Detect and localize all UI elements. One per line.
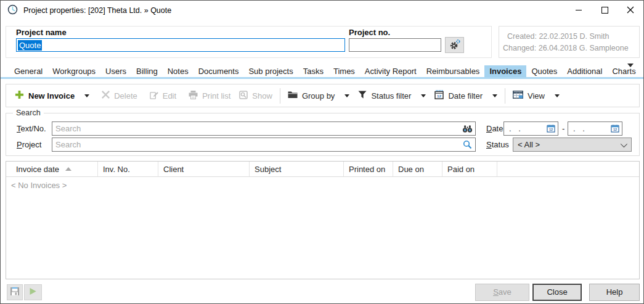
column-header-inv-no[interactable]: Inv. No. — [98, 162, 158, 176]
minimize-button[interactable] — [566, 1, 592, 20]
project-name-input[interactable]: Quote — [16, 38, 345, 52]
close-button-footer[interactable]: Close — [532, 284, 582, 301]
search-group-legend: Search — [13, 109, 44, 117]
svg-text:12: 12 — [613, 128, 617, 131]
tab-bar: General Workgroups Users Billing Notes D… — [9, 64, 613, 78]
tab-quotes[interactable]: Quotes — [526, 65, 562, 77]
column-header-subject[interactable]: Subject — [250, 162, 344, 176]
help-button[interactable]: Help — [589, 284, 640, 301]
tab-billing[interactable]: Billing — [131, 65, 163, 77]
svg-text:12: 12 — [549, 128, 553, 131]
delete-button[interactable]: Delete — [102, 91, 137, 101]
show-button[interactable]: Show — [239, 91, 272, 101]
tab-additional[interactable]: Additional — [562, 65, 607, 77]
magnifier-icon[interactable] — [459, 138, 475, 151]
gear-icon — [449, 38, 461, 52]
dropdown-caret-icon — [344, 94, 349, 97]
status-select[interactable]: < All > — [513, 138, 632, 152]
dropdown-caret-icon — [492, 94, 497, 97]
toolbar-separator — [505, 88, 505, 104]
project-name-selected-text: Quote — [18, 40, 42, 51]
status-label: Status — [486, 140, 509, 149]
tab-tasks[interactable]: Tasks — [298, 65, 328, 77]
tab-overview[interactable]: Overview — [641, 65, 644, 77]
minimize-icon — [576, 6, 582, 15]
text-no-search-input[interactable] — [52, 122, 459, 135]
date-range-separator: - — [562, 124, 565, 133]
project-no-settings-button[interactable] — [445, 37, 464, 53]
close-button[interactable] — [618, 1, 643, 20]
search-group: Search Text/No. Project Date . . 12 - . … — [6, 113, 640, 156]
tab-activity-report[interactable]: Activity Report — [360, 65, 422, 77]
quick-save-button[interactable] — [7, 284, 23, 300]
print-list-button[interactable]: Print list — [189, 91, 230, 101]
funnel-icon — [358, 91, 367, 101]
status-filter-button[interactable]: Status filter — [358, 91, 426, 101]
toolbar-separator — [280, 88, 280, 104]
group-by-button[interactable]: Group by — [288, 91, 349, 101]
titlebar: Project properties: [202] Theta Ltd. » Q… — [1, 1, 643, 20]
column-header-printed-on[interactable]: Printed on — [344, 162, 393, 176]
column-header-due-on[interactable]: Due on — [393, 162, 442, 176]
dropdown-caret-icon — [555, 94, 560, 97]
maximize-button[interactable] — [592, 1, 618, 20]
tab-notes[interactable]: Notes — [163, 65, 194, 77]
project-name-label: Project name — [16, 28, 67, 37]
text-no-label: Text/No. — [17, 124, 46, 133]
chevron-down-icon — [627, 64, 634, 76]
tab-times[interactable]: Times — [328, 65, 360, 77]
created-info: Created: 22.02.2015 D. Smith — [507, 31, 639, 43]
maximize-icon — [601, 6, 608, 15]
date-filter-button[interactable]: 12 Date filter — [434, 90, 497, 101]
tab-sub-projects[interactable]: Sub projects — [243, 65, 298, 77]
binoculars-icon[interactable] — [459, 122, 475, 135]
svg-text:12: 12 — [437, 94, 441, 98]
view-button[interactable]: View — [513, 91, 560, 101]
tab-reimbursables[interactable]: Reimbursables — [422, 65, 485, 77]
audit-info-panel: Created: 22.02.2015 D. Smith Changed: 26… — [499, 26, 640, 58]
changed-info: Changed: 26.04.2018 G. Sampleone — [503, 43, 639, 54]
tab-general[interactable]: General — [9, 65, 47, 77]
sort-ascending-icon — [65, 167, 71, 171]
column-header-filler — [497, 162, 639, 176]
column-header-paid-on[interactable]: Paid on — [442, 162, 497, 176]
new-invoice-button[interactable]: New Invoice — [15, 90, 89, 101]
edit-button[interactable]: Edit — [150, 91, 176, 101]
table-view-icon — [513, 91, 523, 101]
date-from-input[interactable]: . . 12 — [503, 121, 558, 136]
tab-invoices[interactable]: Invoices — [484, 65, 526, 77]
pencil-icon — [150, 91, 158, 101]
preview-icon — [239, 91, 248, 101]
project-search-input[interactable] — [52, 138, 459, 151]
column-header-invoice-date[interactable]: Invoice date — [6, 162, 98, 176]
save-button[interactable]: Save — [475, 284, 529, 301]
invoice-table: Invoice date Inv. No. Client Subject Pri… — [6, 161, 640, 279]
project-search-field — [52, 138, 476, 152]
tab-overflow-button[interactable] — [627, 67, 634, 76]
dropdown-caret-icon — [421, 94, 426, 97]
invoice-table-header: Invoice date Inv. No. Client Subject Pri… — [6, 162, 639, 177]
dropdown-caret-icon — [84, 94, 89, 97]
tab-charts[interactable]: Charts — [607, 65, 640, 77]
x-icon — [102, 91, 110, 101]
tab-workgroups[interactable]: Workgroups — [47, 65, 100, 77]
calendar-icon[interactable]: 12 — [544, 122, 558, 135]
empty-table-message: < No Invoices > — [6, 177, 639, 190]
chevron-down-icon — [621, 140, 627, 147]
date-to-input[interactable]: . . 12 — [568, 121, 622, 136]
printer-icon — [189, 91, 198, 101]
folder-icon — [288, 91, 298, 101]
calendar-icon[interactable]: 12 — [608, 122, 622, 135]
plus-icon — [15, 90, 24, 101]
tab-users[interactable]: Users — [100, 65, 131, 77]
floppy-icon — [10, 287, 20, 298]
project-no-input[interactable] — [349, 38, 441, 52]
text-no-search-field — [52, 121, 476, 136]
invoice-toolbar: New Invoice Delete Edit Print list Show … — [6, 84, 640, 107]
project-properties-window: Project properties: [202] Theta Ltd. » Q… — [0, 0, 644, 304]
column-header-client[interactable]: Client — [158, 162, 250, 176]
run-button[interactable] — [24, 284, 42, 300]
play-icon — [29, 287, 37, 297]
project-no-label: Project no. — [349, 28, 390, 37]
tab-documents[interactable]: Documents — [194, 65, 244, 77]
